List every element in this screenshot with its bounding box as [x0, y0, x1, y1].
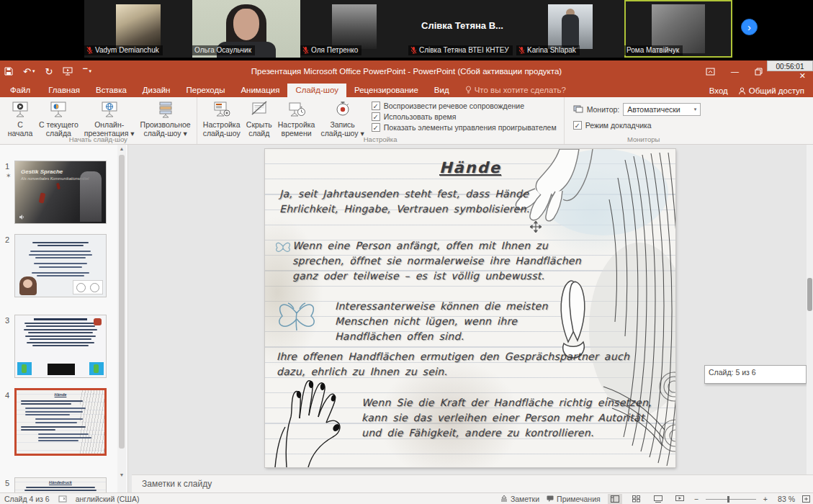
sign-in-button[interactable]: Вход: [709, 86, 728, 95]
reading-view-button[interactable]: [651, 494, 665, 504]
meeting-timer: 00:56:01: [767, 60, 813, 71]
undo-dropdown-icon: ▾: [32, 68, 35, 74]
participant-tile-karina[interactable]: Karina Shlapak: [516, 0, 624, 58]
slide-title-textbox[interactable]: Hände: [265, 159, 675, 176]
zoom-slider-knob[interactable]: [727, 496, 729, 503]
participant-avatar: [116, 4, 161, 49]
tab-slideshow[interactable]: Слайд-шоу: [287, 84, 346, 97]
slide-number: 3: [5, 316, 9, 325]
scrollbar-thumb[interactable]: [807, 278, 812, 311]
monitor-select[interactable]: Автоматически ▾: [623, 103, 701, 116]
setup-slideshow-button[interactable]: Настройкаслайд-шоу: [200, 99, 243, 139]
share-label: Общий доступ: [749, 86, 804, 95]
scrollbar-thumb[interactable]: [119, 155, 125, 449]
window-controls: —: [706, 60, 763, 82]
tab-review[interactable]: Рецензирование: [346, 84, 426, 97]
slide-number: 1: [5, 162, 9, 171]
record-slideshow-button[interactable]: Записьслайд-шоу ▾: [318, 99, 367, 139]
participant-name-row: Ольга Осаульчик: [192, 45, 255, 55]
zoom-out-button[interactable]: −: [694, 495, 699, 503]
participant-avatar: [548, 4, 593, 49]
tab-view[interactable]: Вид: [426, 84, 457, 97]
thumb1-title: Gestik Sprache: [21, 168, 63, 175]
participant-tile-vadym[interactable]: Vadym Demianchuk: [84, 0, 192, 58]
slideshow-view-button[interactable]: [673, 494, 687, 504]
start-slideshow-qat-button[interactable]: [63, 67, 73, 76]
window-title: Презентация Microsoft Office PowerPoint …: [0, 60, 813, 82]
tab-transitions[interactable]: Переходы: [178, 84, 233, 97]
language-indicator[interactable]: английский (США): [76, 495, 140, 503]
slide-thumbnail-4-selected[interactable]: Hände: [14, 388, 107, 456]
from-current-slide-icon: [49, 100, 68, 119]
play-narrations-checkbox[interactable]: ✓ Воспроизвести речевое сопровождение: [372, 102, 557, 110]
fit-to-window-icon[interactable]: [802, 495, 810, 503]
normal-view-icon: [611, 495, 619, 503]
tab-design[interactable]: Дизайн: [135, 84, 179, 97]
participant-tile-olia[interactable]: Оля Петренко: [300, 0, 408, 58]
zoom-percentage[interactable]: 83 %: [775, 495, 795, 503]
comments-toggle-button[interactable]: Примечания: [547, 495, 601, 503]
normal-view-button[interactable]: [608, 494, 622, 504]
slide-paragraph-2[interactable]: Wenn eine Person anfängt, offen mit Ihne…: [292, 238, 589, 284]
slide-sorter-icon: [632, 495, 640, 503]
scroll-down-icon[interactable]: ▼: [117, 471, 126, 480]
slide-thumbnail-2[interactable]: [14, 234, 107, 297]
custom-slideshow-button[interactable]: Произвольноеслайд-шоу ▾: [138, 99, 194, 139]
notes-panel[interactable]: Заметки к слайду: [132, 474, 813, 492]
from-current-slide-button[interactable]: С текущегослайда: [36, 99, 81, 139]
slide-thumbnail-5[interactable]: Händedruck: [14, 477, 107, 492]
editor-scrollbar[interactable]: [807, 145, 813, 474]
tab-tell-me[interactable]: Что вы хотите сделать?: [457, 84, 574, 97]
tab-file[interactable]: Файл: [0, 84, 40, 97]
zoom-slider[interactable]: [706, 494, 756, 504]
ribbon-display-options-icon[interactable]: [706, 68, 715, 76]
slide-thumbnail-1[interactable]: Gestik Sprache Als nonverbales Kommunika…: [14, 161, 107, 224]
thumb1-subtitle: Als nonverbales Kommunikationsmittel: [21, 176, 89, 181]
undo-button[interactable]: ↶▾: [23, 66, 35, 77]
participant-tile-olga[interactable]: Ольга Осаульчик: [192, 0, 300, 58]
show-media-controls-checkbox[interactable]: ✓ Показать элементы управления проигрыва…: [372, 123, 557, 132]
slide-thumbnail-3[interactable]: [14, 315, 107, 378]
share-button[interactable]: Общий доступ: [738, 86, 804, 95]
minimize-button[interactable]: —: [731, 67, 739, 76]
video-call-strip: Vadym Demianchuk Ольга Осаульчик Оля Пет…: [0, 0, 813, 60]
presenter-view-checkbox[interactable]: ✓ Режим докладчика: [573, 121, 701, 130]
scroll-up-icon[interactable]: ▲: [117, 145, 126, 153]
slide-canvas[interactable]: Hände Ja, seit Jahrtausenden steht fest,…: [265, 149, 675, 467]
save-button[interactable]: [4, 67, 13, 76]
slide-paragraph-3[interactable]: Interessanterweise können die meisten Me…: [335, 299, 557, 344]
notes-toggle-button[interactable]: Заметки: [500, 495, 539, 503]
present-online-icon: [100, 100, 119, 119]
redo-button[interactable]: ↻: [45, 66, 53, 77]
checkbox-checked-icon: ✓: [573, 121, 582, 130]
restore-button[interactable]: [755, 68, 763, 76]
record-slideshow-icon: [333, 100, 352, 119]
slide-paragraph-5[interactable]: Wenn Sie die Kraft der Handfläche richti…: [361, 395, 655, 441]
from-beginning-icon: [11, 100, 30, 119]
slide-paragraph-1[interactable]: Ja, seit Jahrtausenden steht fest, dass …: [279, 186, 543, 217]
from-beginning-button[interactable]: Сначала: [4, 99, 36, 139]
use-timings-checkbox[interactable]: ✓ Использовать время: [372, 112, 557, 121]
rehearse-timings-button[interactable]: Настройкавремени: [275, 99, 318, 139]
tab-home[interactable]: Главная: [40, 84, 88, 97]
slide-paragraph-4[interactable]: Ihre offenen Handflächen ermutigen den G…: [277, 349, 661, 379]
thumb3-image: [94, 318, 102, 325]
slide-sorter-view-button[interactable]: [629, 494, 644, 504]
zoom-in-button[interactable]: +: [763, 495, 768, 503]
customize-qat-button[interactable]: ▔▾: [83, 68, 91, 75]
title-bar: ↶▾ ↻ ▔▾ Презентация Microsoft Office Pow…: [0, 60, 813, 82]
display-settings-icon[interactable]: [58, 495, 67, 503]
participant-tile-slivka[interactable]: Слівка Тетяна В... Слівка Тетяна ВТЕІ КН…: [408, 0, 516, 58]
present-online-button[interactable]: Онлайн-презентация ▾: [81, 99, 138, 139]
status-right: Заметки Примечания −: [500, 494, 813, 504]
chevron-right-icon: ›: [747, 21, 751, 33]
monitor-label: Монитор:: [587, 105, 620, 114]
close-button[interactable]: ✕: [799, 71, 806, 81]
quick-access-toolbar: ↶▾ ↻ ▔▾: [4, 60, 91, 82]
tab-insert[interactable]: Вставка: [88, 84, 135, 97]
participant-tile-roma[interactable]: Рома Матвійчук: [624, 0, 732, 58]
thumbnails-scrollbar[interactable]: ▲ ▼: [117, 145, 126, 492]
tab-animations[interactable]: Анимация: [233, 84, 287, 97]
hide-slide-button[interactable]: Скрытьслайд: [243, 99, 275, 139]
next-participants-button[interactable]: ›: [741, 19, 758, 35]
